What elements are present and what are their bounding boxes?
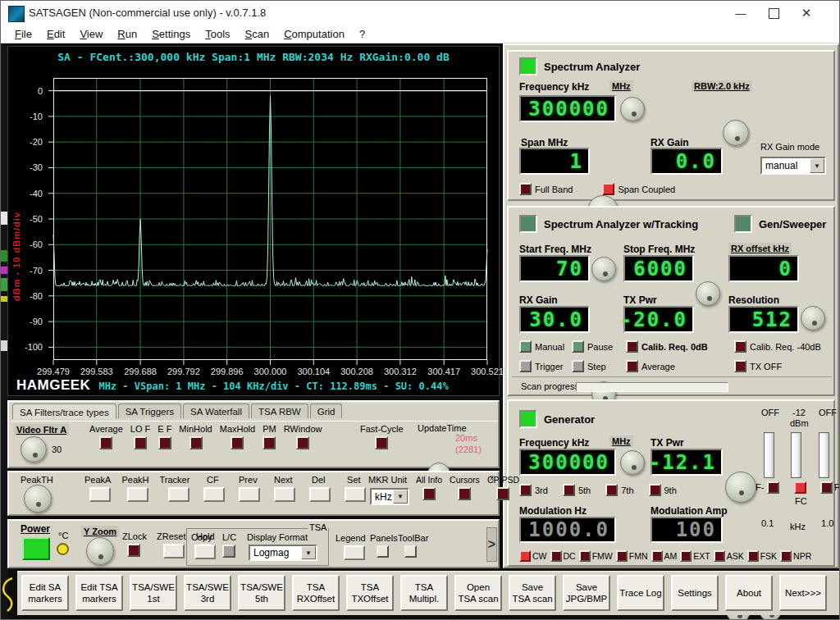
checkbox-item[interactable]: RWindow xyxy=(284,424,322,449)
tab[interactable]: SA Filters/trace types xyxy=(12,403,116,419)
start-freq-display[interactable]: 70 xyxy=(519,255,590,282)
menu-item[interactable]: ? xyxy=(352,26,372,42)
marker-button[interactable] xyxy=(309,487,331,502)
tracking-rx-gain-display[interactable]: 30.0 xyxy=(519,306,590,333)
checkbox-box[interactable] xyxy=(572,340,584,353)
checkbox-box[interactable] xyxy=(651,550,663,562)
checkbox-item[interactable]: 7th xyxy=(605,484,633,496)
checkbox-box[interactable] xyxy=(616,550,628,562)
checkbox-box[interactable] xyxy=(550,550,562,562)
checkbox-box[interactable] xyxy=(189,436,203,449)
stop-freq-knob[interactable] xyxy=(696,281,720,306)
toolbar-button[interactable]: TSA TXOffset xyxy=(346,575,394,611)
gen-tx-pwr-display[interactable]: -12.1 xyxy=(651,449,723,476)
checkbox-box[interactable] xyxy=(605,484,618,496)
video-filter-knob[interactable] xyxy=(21,436,47,463)
checkbox-item[interactable]: FSK xyxy=(747,550,777,562)
gen-tx-pwr-knob[interactable] xyxy=(725,472,756,503)
gen-frequency-knob[interactable] xyxy=(620,450,645,475)
checkbox-box[interactable] xyxy=(422,487,436,500)
checkbox-item[interactable]: 3rd xyxy=(519,484,548,496)
checkbox-box[interactable] xyxy=(649,484,661,496)
checkbox-item[interactable]: PM xyxy=(262,424,276,449)
start-freq-knob[interactable] xyxy=(591,257,616,281)
checkbox-item[interactable]: Cursors xyxy=(450,475,480,500)
checkbox-item[interactable]: Average xyxy=(626,360,734,372)
gen-mhz-toggle-button[interactable]: MHz xyxy=(609,435,633,447)
toolbar-button[interactable]: Settings xyxy=(671,575,719,611)
toolbar-button[interactable]: TSA Multipl. xyxy=(400,575,448,611)
checkbox-item[interactable]: Full Band xyxy=(519,183,573,195)
checkbox-item[interactable]: Trigger xyxy=(519,360,572,372)
level-slider-center[interactable] xyxy=(791,432,801,478)
gen-frequency-display[interactable]: 300000 xyxy=(519,449,616,476)
checkbox-item[interactable]: ASK xyxy=(714,550,744,562)
stop-freq-display[interactable]: 6000 xyxy=(623,255,694,282)
checkbox-item[interactable]: CW xyxy=(519,550,547,562)
menu-item[interactable]: Scan xyxy=(238,26,277,42)
zreset-button[interactable] xyxy=(163,544,185,558)
level-slider-left[interactable] xyxy=(764,432,774,478)
checkbox-item[interactable]: Span Coupled xyxy=(602,183,675,195)
spectrum-analyzer-led[interactable] xyxy=(519,57,537,75)
checkbox-box[interactable] xyxy=(747,550,759,562)
checkbox-box[interactable] xyxy=(626,360,638,372)
checkbox-item[interactable]: 9th xyxy=(649,484,677,496)
checkbox-box[interactable] xyxy=(602,183,614,195)
checkbox-box[interactable] xyxy=(458,487,471,500)
lc-checkbox[interactable] xyxy=(222,545,235,558)
rx-offset-label-button[interactable]: RX offset kHz xyxy=(728,243,792,254)
checkbox-item[interactable]: EXT xyxy=(680,550,710,562)
checkbox-box[interactable] xyxy=(262,436,276,449)
checkbox-item[interactable]: Average xyxy=(89,424,123,449)
checkbox-item[interactable]: FMN xyxy=(616,550,648,562)
checkbox-box[interactable] xyxy=(680,550,692,562)
rx-gain-display[interactable]: 0.0 xyxy=(651,148,723,175)
checkbox-item[interactable]: MaxHold xyxy=(220,424,255,449)
toolbar-button[interactable]: Next>>> xyxy=(779,575,827,611)
checkbox-box[interactable] xyxy=(714,550,725,562)
marker-button[interactable] xyxy=(345,487,366,502)
mkr-unit-dropdown[interactable]: kHz ▼ xyxy=(370,488,409,505)
marker-button[interactable] xyxy=(168,487,189,502)
marker-button[interactable] xyxy=(127,487,148,502)
menu-item[interactable]: View xyxy=(72,26,110,42)
level-slider-right[interactable] xyxy=(819,432,829,478)
toolbar-button[interactable]: About xyxy=(725,575,773,611)
toolbar-button[interactable]: TSA/SWE 1st xyxy=(130,575,177,611)
menu-item[interactable]: Run xyxy=(110,26,144,42)
y-zoom-knob[interactable] xyxy=(86,537,114,565)
frequency-display[interactable]: 300000 xyxy=(519,95,616,122)
resolution-display[interactable]: 512 xyxy=(728,306,799,333)
checkbox-box[interactable] xyxy=(496,487,509,500)
zlock-checkbox[interactable] xyxy=(127,544,140,557)
fc-checkbox[interactable] xyxy=(794,481,806,494)
checkbox-item[interactable]: LO F xyxy=(130,424,150,449)
marker-button[interactable] xyxy=(89,487,111,502)
power-button[interactable] xyxy=(22,537,50,560)
checkbox-item[interactable]: Calib. Req. 0dB xyxy=(626,340,734,353)
checkbox-box[interactable] xyxy=(519,183,532,195)
f-minus-checkbox[interactable] xyxy=(767,481,779,494)
checkbox-box[interactable] xyxy=(519,340,532,353)
checkbox-item[interactable]: E F xyxy=(158,424,171,449)
tracking-led[interactable] xyxy=(519,215,537,233)
checkbox-box[interactable] xyxy=(375,436,388,449)
close-button[interactable]: ✕ xyxy=(790,1,823,25)
toolbar-checkbox[interactable] xyxy=(404,545,417,558)
copy-button[interactable] xyxy=(194,545,216,559)
scroll-more-arrow[interactable]: > xyxy=(486,527,497,562)
video-filter-label[interactable]: Video Fltr A xyxy=(14,424,69,435)
menu-item[interactable]: Tools xyxy=(198,26,237,42)
toolbar-button[interactable]: Trace Log xyxy=(617,575,664,611)
tab[interactable]: TSA RBW xyxy=(251,403,308,418)
gen-sweeper-led[interactable] xyxy=(734,215,752,233)
marker-button[interactable] xyxy=(203,487,225,502)
maximize-button[interactable] xyxy=(757,1,790,25)
checkbox-item[interactable]: All Info xyxy=(416,475,442,500)
generator-led[interactable] xyxy=(519,410,537,428)
panel-close-icon[interactable]: x xyxy=(490,473,494,482)
rbw-label-button[interactable]: RBW:2.0 kHz xyxy=(692,80,752,92)
mhz-toggle-button[interactable]: MHz xyxy=(609,80,633,92)
panels-checkbox[interactable] xyxy=(377,545,389,558)
